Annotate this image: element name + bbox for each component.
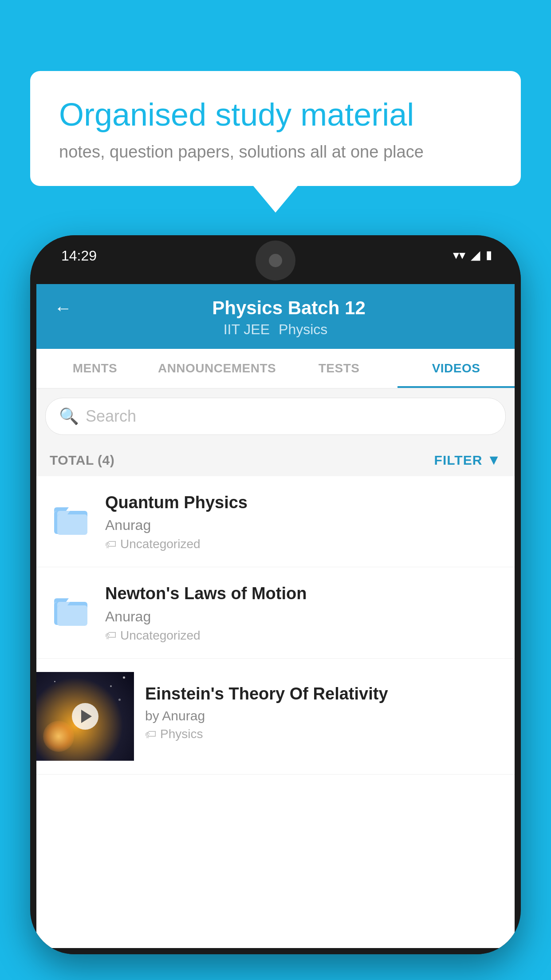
einstein-play-button[interactable] [72,703,98,730]
header-tag-iit: IIT JEE [224,321,270,338]
phone-camera [269,254,282,267]
speech-bubble-subtitle: notes, question papers, solutions all at… [59,142,492,162]
app-header-subtitle: IIT JEE Physics [54,321,497,338]
tab-videos[interactable]: VIDEOS [398,349,515,388]
search-placeholder: Search [86,407,136,426]
back-arrow-icon[interactable]: ← [54,298,72,318]
search-bar-container: 🔍 Search [36,389,515,444]
phone-bottom-bar [30,948,521,954]
speech-bubble-tail [253,186,298,213]
phone-status-bar: 14:29 ▾▾ ◢ ▮ [30,235,521,284]
total-count: TOTAL (4) [50,453,114,468]
tabs: MENTS ANNOUNCEMENTS TESTS VIDEOS [36,349,515,389]
einstein-thumb-glow [43,721,74,752]
video-author-newton: Anurag [105,609,501,625]
video-tag-newton: 🏷 Uncategorized [105,628,501,643]
search-icon: 🔍 [59,407,79,426]
einstein-author: by Anurag [145,708,490,723]
einstein-title: Einstein's Theory Of Relativity [145,683,490,705]
speech-bubble-title: Organised study material [59,95,492,134]
video-title-newton: Newton's Laws of Motion [105,583,501,605]
search-bar[interactable]: 🔍 Search [45,398,506,435]
list-item[interactable]: Newton's Laws of Motion Anurag 🏷 Uncateg… [36,567,515,658]
svg-rect-3 [57,605,87,626]
signal-icon: ◢ [471,248,480,262]
einstein-tag: 🏷 Physics [145,727,490,741]
video-info-quantum: Quantum Physics Anurag 🏷 Uncategorized [105,492,501,551]
app-title: Physics Batch 12 [81,297,497,319]
speech-bubble-container: Organised study material notes, question… [30,71,521,213]
wifi-icon: ▾▾ [453,248,465,262]
speech-bubble: Organised study material notes, question… [30,71,521,186]
status-time: 14:29 [61,248,97,264]
phone-notch [256,241,295,281]
list-item[interactable]: Einstein's Theory Of Relativity by Anura… [36,659,515,775]
app-header: ← Physics Batch 12 IIT JEE Physics [36,284,515,349]
play-triangle-icon [81,710,92,723]
filter-button[interactable]: FILTER ▼ [434,452,501,468]
video-title-quantum: Quantum Physics [105,492,501,514]
video-author-quantum: Anurag [105,517,501,533]
video-info-newton: Newton's Laws of Motion Anurag 🏷 Uncateg… [105,583,501,642]
folder-icon-newton [50,587,94,632]
phone-screen: ← Physics Batch 12 IIT JEE Physics MENTS… [36,284,515,948]
filter-funnel-icon: ▼ [487,452,501,468]
header-tag-physics: Physics [279,321,327,338]
tag-icon: 🏷 [105,628,117,642]
filter-bar: TOTAL (4) FILTER ▼ [36,444,515,476]
status-icons: ▾▾ ◢ ▮ [453,248,492,262]
tab-announcements[interactable]: ANNOUNCEMENTS [153,349,280,388]
einstein-thumbnail [36,672,134,761]
tab-ments[interactable]: MENTS [36,349,153,388]
battery-icon: ▮ [486,248,492,262]
phone: 14:29 ▾▾ ◢ ▮ ← Physics Batch 12 IIT JEE … [30,235,521,954]
tab-tests[interactable]: TESTS [280,349,398,388]
app-header-nav: ← Physics Batch 12 [54,297,497,319]
tag-icon: 🏷 [145,727,157,741]
video-tag-quantum: 🏷 Uncategorized [105,537,501,551]
svg-rect-1 [57,514,87,535]
folder-icon-quantum [50,496,94,541]
phone-wrapper: 14:29 ▾▾ ◢ ▮ ← Physics Batch 12 IIT JEE … [30,235,521,980]
tag-icon: 🏷 [105,537,117,551]
einstein-info: Einstein's Theory Of Relativity by Anura… [134,672,501,752]
list-item[interactable]: Quantum Physics Anurag 🏷 Uncategorized [36,476,515,567]
video-list: Quantum Physics Anurag 🏷 Uncategorized [36,476,515,775]
